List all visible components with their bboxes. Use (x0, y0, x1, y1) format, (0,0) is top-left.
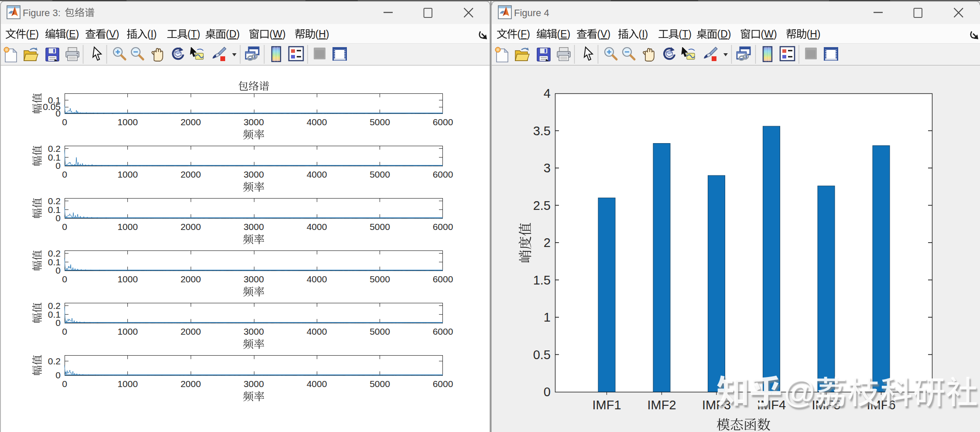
svg-text:(E): (E) (557, 28, 571, 40)
svg-text:2.5: 2.5 (533, 199, 551, 213)
svg-text:2: 2 (544, 236, 551, 250)
svg-text:4000: 4000 (307, 379, 327, 389)
svg-text:0: 0 (62, 169, 67, 179)
svg-text:5000: 5000 (370, 169, 390, 179)
svg-text:4: 4 (544, 86, 551, 100)
svg-text:5000: 5000 (370, 222, 390, 232)
svg-text:6000: 6000 (433, 117, 453, 127)
svg-text:4000: 4000 (307, 222, 327, 232)
svg-text:1.5: 1.5 (533, 273, 551, 287)
svg-text:@: @ (783, 374, 816, 410)
svg-text:(W): (W) (270, 28, 286, 40)
svg-text:0.2: 0.2 (48, 356, 61, 366)
svg-text:0.5: 0.5 (533, 348, 551, 362)
svg-text:5000: 5000 (370, 274, 390, 284)
svg-text:(V): (V) (597, 28, 611, 40)
svg-text:(H): (H) (315, 28, 329, 40)
svg-text:2000: 2000 (181, 222, 201, 232)
svg-text:(I): (I) (639, 28, 648, 40)
svg-text:(T): (T) (188, 28, 200, 40)
svg-text:5000: 5000 (370, 379, 390, 389)
svg-text:3000: 3000 (243, 169, 264, 179)
svg-text:3: 3 (544, 161, 551, 175)
svg-text:0: 0 (544, 385, 551, 399)
svg-text:(D): (D) (717, 28, 731, 40)
svg-text:(D): (D) (226, 28, 240, 40)
svg-text:0: 0 (62, 222, 67, 232)
svg-text:0.2: 0.2 (48, 144, 61, 154)
svg-text:6000: 6000 (433, 274, 453, 284)
svg-text:0: 0 (55, 318, 61, 328)
svg-text:6000: 6000 (433, 169, 453, 179)
svg-text:(F): (F) (517, 28, 530, 40)
svg-text:(H): (H) (807, 28, 821, 40)
svg-text:3.5: 3.5 (533, 124, 551, 138)
svg-text:0.2: 0.2 (48, 301, 61, 311)
svg-text:(W): (W) (761, 28, 777, 40)
svg-text:6000: 6000 (433, 379, 453, 389)
svg-text:1000: 1000 (117, 169, 138, 179)
svg-text:2000: 2000 (181, 169, 201, 179)
svg-text:IMF1: IMF1 (592, 398, 621, 412)
svg-text:6000: 6000 (433, 326, 453, 336)
svg-text:4000: 4000 (307, 326, 327, 336)
svg-text:6000: 6000 (433, 222, 453, 232)
svg-text:0: 0 (62, 274, 67, 284)
svg-text:(F): (F) (26, 28, 39, 40)
svg-text:1000: 1000 (117, 222, 138, 232)
svg-text:2000: 2000 (181, 379, 201, 389)
svg-text:3000: 3000 (243, 222, 264, 232)
svg-text:0: 0 (55, 370, 61, 380)
svg-text:1000: 1000 (117, 326, 138, 336)
svg-text:0: 0 (55, 213, 61, 223)
svg-text:4000: 4000 (307, 169, 327, 179)
svg-text:0: 0 (62, 379, 67, 389)
svg-text:2000: 2000 (181, 326, 201, 336)
svg-text:(V): (V) (106, 28, 120, 40)
svg-text:Figure 4: Figure 4 (514, 7, 549, 18)
svg-text:0: 0 (55, 161, 61, 171)
svg-text:5000: 5000 (370, 326, 390, 336)
svg-text:3000: 3000 (243, 326, 264, 336)
svg-text:3000: 3000 (243, 274, 264, 284)
svg-text:2000: 2000 (181, 117, 201, 127)
svg-text:1000: 1000 (117, 117, 138, 127)
svg-text:4000: 4000 (307, 117, 327, 127)
svg-text:4000: 4000 (307, 274, 327, 284)
svg-text:2000: 2000 (181, 274, 201, 284)
svg-text:0: 0 (62, 117, 67, 127)
svg-text:0: 0 (55, 108, 61, 118)
svg-text:Figure 3:: Figure 3: (23, 7, 61, 18)
svg-text:1000: 1000 (117, 274, 138, 284)
svg-text:(I): (I) (147, 28, 157, 40)
svg-text:(E): (E) (66, 28, 79, 40)
svg-text:0: 0 (55, 265, 61, 275)
svg-text:0: 0 (62, 326, 67, 336)
svg-text:3000: 3000 (243, 117, 264, 127)
svg-text:(T): (T) (679, 28, 692, 40)
svg-text:1: 1 (544, 310, 551, 324)
svg-text:0.2: 0.2 (48, 248, 61, 258)
svg-text:3000: 3000 (243, 379, 264, 389)
svg-text:0.1: 0.1 (48, 95, 61, 105)
svg-text:IMF2: IMF2 (647, 398, 676, 412)
svg-text:0.2: 0.2 (48, 196, 61, 206)
svg-text:1000: 1000 (117, 379, 138, 389)
svg-text:5000: 5000 (370, 117, 390, 127)
